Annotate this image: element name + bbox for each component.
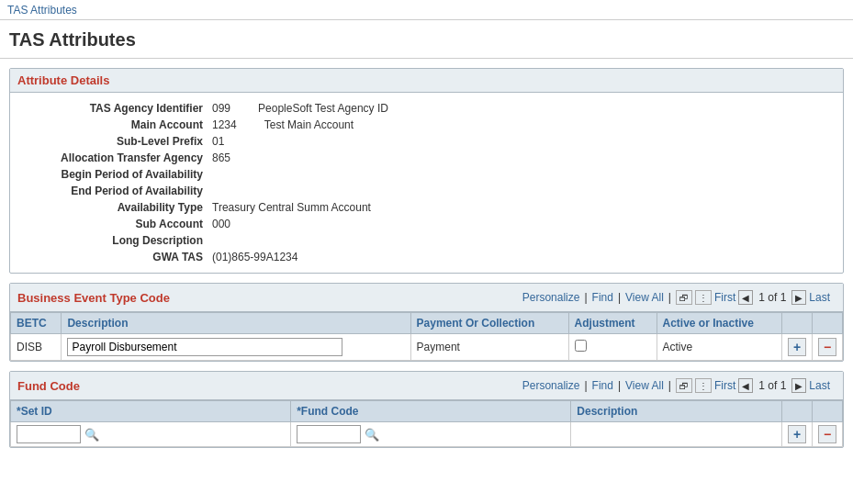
- betc-remove-btn[interactable]: −: [818, 338, 836, 356]
- betc-col-active: Active or Inactive: [657, 313, 781, 334]
- attr-value: 1234: [212, 118, 237, 131]
- betc-add-cell: +: [782, 334, 813, 361]
- fund-first-label[interactable]: First: [714, 379, 735, 392]
- attr-row: TAS Agency Identifier099PeopleSoft Test …: [10, 100, 843, 117]
- betc-prev-btn[interactable]: ◀: [738, 290, 753, 305]
- betc-cell-active: Active: [657, 334, 781, 361]
- betc-cell-payment: Payment: [410, 334, 568, 361]
- betc-next-btn[interactable]: ▶: [791, 290, 806, 305]
- betc-adjustment-checkbox[interactable]: [575, 340, 587, 352]
- fund-col-fundcode: *Fund Code: [291, 401, 571, 422]
- fund-header-row: *Set ID *Fund Code Description: [11, 401, 843, 422]
- fund-setid-search-btn[interactable]: 🔍: [83, 428, 101, 442]
- attr-row: Long Description: [10, 232, 843, 249]
- betc-cell-description: [62, 334, 410, 361]
- betc-col-add: [782, 313, 813, 334]
- attr-row: End Period of Availability: [10, 183, 843, 199]
- betc-table: BETC Description Payment Or Collection A…: [10, 312, 843, 361]
- attr-label: Sub Account: [10, 218, 212, 230]
- attribute-details-section: Attribute Details TAS Agency Identifier0…: [9, 68, 844, 274]
- attr-row: Main Account1234Test Main Account: [10, 117, 843, 133]
- attr-value: 865: [212, 151, 230, 164]
- fund-viewall-link[interactable]: View All: [625, 379, 664, 392]
- attr-row: Sub-Level Prefix01: [10, 133, 843, 150]
- fund-input-row: 🔍 🔍 + −: [11, 422, 843, 447]
- betc-col-adjustment: Adjustment: [568, 313, 657, 334]
- betc-header: Business Event Type Code: [17, 291, 517, 305]
- fund-toolbar: Personalize | Find | View All | 🗗 ⋮ Firs…: [517, 375, 836, 396]
- fund-col-remove: [813, 401, 843, 422]
- fund-code-section: Fund Code Personalize | Find | View All …: [9, 371, 844, 448]
- fund-nav-count: 1 of 1: [758, 379, 786, 392]
- attr-label: GWA TAS: [10, 251, 212, 263]
- fund-col-setid: *Set ID: [11, 401, 291, 422]
- betc-remove-cell: −: [813, 334, 843, 361]
- fund-find-link[interactable]: Find: [592, 379, 613, 392]
- fund-table: *Set ID *Fund Code Description 🔍: [10, 400, 843, 447]
- breadcrumb-link[interactable]: TAS Attributes: [7, 4, 77, 17]
- betc-col-payment: Payment Or Collection: [410, 313, 568, 334]
- attr-label: End Period of Availability: [10, 185, 212, 197]
- fund-remove-btn[interactable]: −: [818, 425, 836, 443]
- attr-label: Main Account: [10, 118, 212, 131]
- betc-personalize-link[interactable]: Personalize: [522, 291, 580, 304]
- fund-fundcode-search-btn[interactable]: 🔍: [363, 428, 381, 442]
- betc-toolbar: Personalize | Find | View All | 🗗 ⋮ Firs…: [517, 287, 836, 308]
- fund-add-cell: +: [782, 422, 813, 447]
- betc-last-link[interactable]: Last: [809, 291, 830, 304]
- betc-grid-icon[interactable]: 🗗: [676, 290, 692, 305]
- fund-add-btn[interactable]: +: [788, 425, 806, 443]
- fund-personalize-link[interactable]: Personalize: [522, 379, 580, 392]
- fund-prev-btn[interactable]: ◀: [738, 378, 753, 393]
- attr-row: Allocation Transfer Agency865: [10, 150, 843, 166]
- fund-fundcode-input[interactable]: [297, 425, 361, 443]
- attr-row: Availability TypeTreasury Central Summ A…: [10, 199, 843, 216]
- attr-row: Sub Account000: [10, 216, 843, 232]
- betc-first-label[interactable]: First: [714, 291, 735, 304]
- fund-last-link[interactable]: Last: [809, 379, 830, 392]
- page-title: TAS Attributes: [0, 20, 853, 59]
- attr-value: Treasury Central Summ Account: [212, 201, 371, 214]
- fund-code-header: Fund Code: [17, 379, 517, 393]
- betc-section: Business Event Type Code Personalize | F…: [9, 283, 844, 362]
- attr-value: 01: [212, 135, 224, 148]
- fund-grid-icon[interactable]: 🗗: [676, 378, 692, 393]
- betc-table-section: BETC Description Payment Or Collection A…: [10, 312, 843, 361]
- betc-viewall-link[interactable]: View All: [625, 291, 664, 304]
- fund-fundcode-cell: 🔍: [291, 422, 571, 447]
- fund-description-cell: [571, 422, 782, 447]
- attr-label: TAS Agency Identifier: [10, 102, 212, 115]
- betc-data-row: DISBPaymentActive+−: [11, 334, 843, 361]
- attr-row: Begin Period of Availability: [10, 166, 843, 183]
- attr-value-secondary: PeopleSoft Test Agency ID: [258, 102, 388, 115]
- betc-nav-count: 1 of 1: [758, 291, 786, 304]
- betc-col-betc: BETC: [11, 313, 62, 334]
- attr-label: Begin Period of Availability: [10, 168, 212, 181]
- fund-col-description: Description: [571, 401, 782, 422]
- betc-add-btn[interactable]: +: [788, 338, 806, 356]
- betc-col-description: Description: [62, 313, 410, 334]
- betc-header-row: BETC Description Payment Or Collection A…: [11, 313, 843, 334]
- betc-cell-adjustment: [568, 334, 657, 361]
- fund-setid-input[interactable]: [17, 425, 81, 443]
- attr-value: 000: [212, 218, 230, 230]
- betc-find-link[interactable]: Find: [592, 291, 613, 304]
- betc-chart-icon[interactable]: ⋮: [695, 290, 712, 305]
- attr-label: Sub-Level Prefix: [10, 135, 212, 148]
- fund-col-add: [782, 401, 813, 422]
- fund-table-section: *Set ID *Fund Code Description 🔍: [10, 400, 843, 447]
- attr-row: GWA TAS(01)865-99A1234: [10, 249, 843, 265]
- betc-cell-betc: DISB: [11, 334, 62, 361]
- attr-value: 099: [212, 102, 230, 115]
- attribute-details-grid: TAS Agency Identifier099PeopleSoft Test …: [10, 93, 843, 273]
- attribute-details-header: Attribute Details: [10, 69, 843, 93]
- attr-value-secondary: Test Main Account: [264, 118, 354, 131]
- fund-next-btn[interactable]: ▶: [791, 378, 806, 393]
- betc-description-input[interactable]: [67, 338, 342, 356]
- fund-remove-cell: −: [813, 422, 843, 447]
- attr-label: Allocation Transfer Agency: [10, 151, 212, 164]
- betc-col-remove: [813, 313, 843, 334]
- attr-value: (01)865-99A1234: [212, 251, 297, 263]
- attr-label: Availability Type: [10, 201, 212, 214]
- fund-chart-icon[interactable]: ⋮: [695, 378, 712, 393]
